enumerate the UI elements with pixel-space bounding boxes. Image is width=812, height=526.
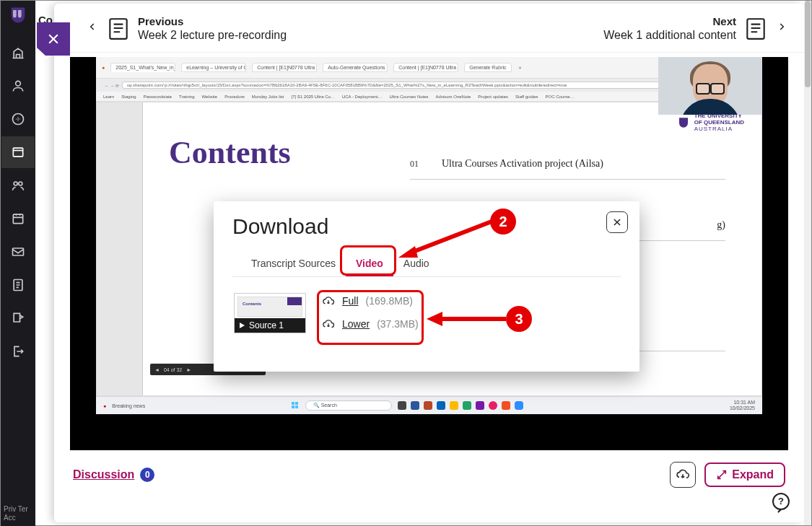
content-footer: Discussion 0 Expand bbox=[54, 450, 804, 496]
rail-tools-icon[interactable] bbox=[1, 302, 35, 334]
svg-point-4 bbox=[19, 182, 22, 185]
modal-close-button[interactable] bbox=[606, 211, 628, 233]
close-panel-button[interactable] bbox=[37, 22, 70, 56]
download-lower[interactable]: Lower (37.3MB) bbox=[322, 317, 419, 330]
rail-profile-icon[interactable] bbox=[1, 70, 35, 102]
nav-next-title: Week 1 additional content bbox=[603, 29, 736, 42]
browser-tab: Generate Rubric bbox=[464, 63, 511, 72]
rail-activity-icon[interactable] bbox=[1, 103, 35, 135]
svg-rect-12 bbox=[292, 406, 294, 408]
source-thumbnail: Source 1 bbox=[234, 293, 306, 333]
discussion-count-badge: 0 bbox=[140, 468, 154, 482]
modal-title: Download bbox=[232, 214, 621, 239]
svg-point-0 bbox=[16, 81, 21, 86]
close-icon bbox=[46, 32, 61, 46]
rail-grades-icon[interactable] bbox=[1, 269, 35, 301]
rail-calendar-icon[interactable] bbox=[1, 203, 35, 234]
rail-groups-icon[interactable] bbox=[1, 170, 35, 201]
document-icon bbox=[108, 17, 129, 41]
discussion-label: Discussion bbox=[73, 468, 134, 481]
chevron-left-icon bbox=[86, 19, 99, 38]
help-icon[interactable]: ? bbox=[771, 492, 793, 514]
modal-tabs: Transcript Sources Video Audio bbox=[232, 252, 621, 277]
discussion-link[interactable]: Discussion 0 bbox=[73, 468, 154, 482]
source-label: Source 1 bbox=[249, 320, 284, 330]
expand-icon bbox=[716, 469, 728, 481]
nav-next-label: Next bbox=[603, 15, 736, 27]
browser-tab: Auto-Generate Questions bbox=[323, 63, 388, 72]
close-icon bbox=[612, 217, 622, 227]
document-icon bbox=[745, 17, 767, 41]
nav-prev-title: Week 2 lecture pre-recording bbox=[138, 29, 287, 42]
nav-previous[interactable]: Previous Week 2 lecture pre-recording bbox=[86, 15, 287, 42]
download-button[interactable] bbox=[670, 462, 696, 488]
expand-button[interactable]: Expand bbox=[704, 463, 785, 487]
rail-messages-icon[interactable] bbox=[1, 236, 35, 268]
rail-courses-icon[interactable] bbox=[1, 136, 35, 168]
left-rail: Priv Ter Acc bbox=[1, 1, 35, 526]
windows-start-icon bbox=[291, 401, 300, 410]
download-modal: Download Transcript Sources Video Audio … bbox=[214, 201, 639, 372]
presenter-camera bbox=[658, 57, 762, 115]
prev-next-nav: Previous Week 2 lecture pre-recording Ne… bbox=[54, 4, 804, 53]
svg-point-3 bbox=[14, 182, 17, 185]
tab-transcript-sources[interactable]: Transcript Sources bbox=[241, 252, 346, 276]
cloud-download-icon bbox=[676, 468, 690, 482]
play-icon bbox=[237, 321, 246, 330]
cloud-download-icon bbox=[322, 294, 335, 307]
windows-taskbar: ●Breaking news 🔍 Search bbox=[96, 396, 762, 414]
download-full[interactable]: Full (169.8MB) bbox=[322, 294, 419, 307]
svg-rect-5 bbox=[13, 214, 22, 224]
tab-video[interactable]: Video bbox=[346, 252, 393, 276]
svg-text:?: ? bbox=[778, 496, 784, 507]
nav-next[interactable]: Next Week 1 additional content bbox=[603, 15, 788, 42]
browser-tab: Content | [E1]N0778 Ultra Ex… bbox=[393, 63, 458, 72]
cloud-download-icon bbox=[322, 317, 335, 330]
svg-rect-13 bbox=[295, 406, 298, 408]
svg-rect-2 bbox=[13, 148, 22, 157]
list-item: 01Ultra Courses Activation project (Ails… bbox=[410, 149, 725, 180]
viewport: Priv Ter Acc Co Previous Week 2 lecture … bbox=[0, 0, 812, 526]
page-scrollbar[interactable] bbox=[804, 1, 811, 525]
rail-institution-icon[interactable] bbox=[1, 37, 35, 69]
tab-audio[interactable]: Audio bbox=[393, 252, 440, 276]
nav-prev-label: Previous bbox=[138, 15, 287, 27]
expand-label: Expand bbox=[732, 468, 774, 481]
uq-logo-icon bbox=[8, 5, 28, 25]
svg-rect-10 bbox=[292, 402, 294, 405]
uq-brand-icon: THE UNIVERSITY OF QUEENSLANDAUSTRALIA bbox=[677, 113, 744, 132]
browser-tab: eLearning – University of Quee… bbox=[181, 63, 246, 72]
svg-rect-11 bbox=[295, 402, 298, 405]
browser-tab: 2025_S1_What's_New_in_eLea… bbox=[110, 63, 175, 72]
svg-rect-6 bbox=[13, 248, 24, 255]
browser-tab: Content | [E1]N0778 Ultra Ex… bbox=[252, 63, 317, 72]
rail-signout-icon[interactable] bbox=[1, 336, 35, 367]
chevron-right-icon bbox=[775, 19, 788, 38]
slide-heading: Contents bbox=[169, 134, 291, 171]
rail-footer-text: Priv Ter Acc bbox=[1, 505, 35, 522]
